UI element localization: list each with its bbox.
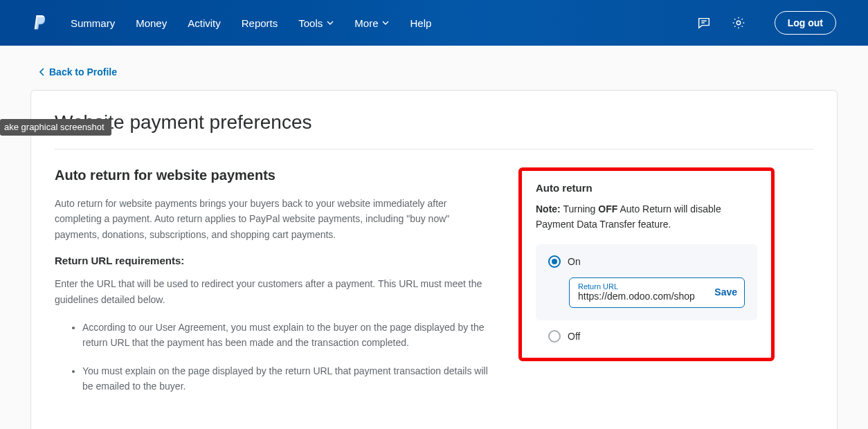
list-item: According to our User Agreement, you mus… [82,320,491,351]
nav-tools[interactable]: Tools [298,17,334,29]
breadcrumb: Back to Profile [39,66,868,77]
save-button[interactable]: Save [714,286,737,298]
divider [55,149,813,149]
page-title: Website payment preferences [55,111,813,134]
panel-heading: Auto return [536,182,757,194]
return-url-label: Return URL [578,282,709,291]
nav-more[interactable]: More [354,17,389,29]
section-heading: Auto return for website payments [55,167,491,183]
screenshot-tooltip: ake graphical screenshot [0,119,111,136]
panel-note: Note: Turning OFF Auto Return will disab… [536,202,757,232]
preferences-card: Website payment preferences Auto return … [30,90,838,429]
logout-button[interactable]: Log out [775,11,836,35]
chevron-left-icon [39,68,45,76]
nav-money[interactable]: Money [136,17,167,29]
main-nav: Summary Money Activity Reports Tools Mor… [71,17,431,29]
chevron-down-icon [327,19,334,26]
auto-return-panel: Auto return Note: Turning OFF Auto Retur… [518,167,775,361]
radio-label: Off [568,331,580,342]
back-to-profile-link[interactable]: Back to Profile [49,66,117,77]
subsection-heading: Return URL requirements: [55,255,491,266]
nav-activity[interactable]: Activity [188,17,221,29]
top-nav: Summary Money Activity Reports Tools Mor… [0,0,868,46]
auto-return-off-radio[interactable] [548,330,561,343]
auto-return-off-option[interactable]: Off [536,330,757,343]
return-url-input[interactable] [578,291,709,302]
auto-return-description: Auto return for website payments Auto re… [55,167,491,407]
auto-return-on-option[interactable]: On [548,255,745,268]
gear-icon[interactable] [730,15,747,31]
auto-return-on-card: On Return URL Save [536,244,757,320]
return-url-field: Return URL Save [569,277,745,308]
chevron-down-icon [382,19,389,26]
paypal-logo [32,14,47,32]
nav-help[interactable]: Help [410,17,431,29]
header-actions: Log out [696,11,836,35]
radio-label: On [568,256,581,267]
section-paragraph: Auto return for website payments brings … [55,196,491,242]
svg-point-0 [736,21,741,25]
auto-return-on-radio[interactable] [548,255,561,268]
nav-reports[interactable]: Reports [242,17,278,29]
list-item: You must explain on the page displayed b… [82,363,491,394]
messages-icon[interactable] [696,15,712,31]
nav-summary[interactable]: Summary [71,17,115,29]
highlight-box: Auto return Note: Turning OFF Auto Retur… [518,167,775,361]
section-paragraph: Enter the URL that will be used to redir… [55,276,491,307]
